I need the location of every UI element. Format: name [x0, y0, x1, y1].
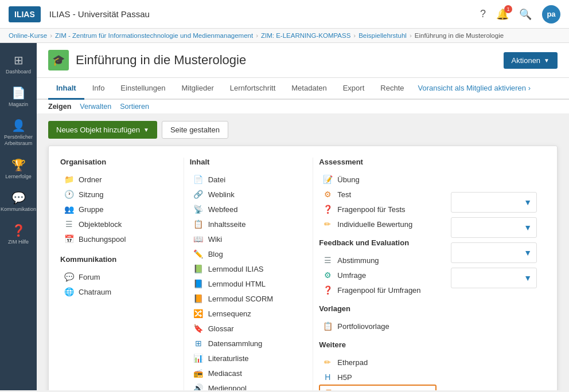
col-assessment: Assessment 📝 Übung ⚙ Test ❓ Fragenpool f…: [313, 158, 442, 390]
collapsed-row-3[interactable]: ▼: [451, 242, 537, 263]
collapsed-row-1[interactable]: ▼: [451, 192, 537, 213]
breadcrumb-zim[interactable]: ZIM - Zentrum für Informationstechnologi…: [55, 32, 253, 39]
tab-inhalt[interactable]: Inhalt: [48, 78, 84, 100]
menu-item-datei[interactable]: 📄 Datei: [190, 172, 307, 187]
section-title-feedback: Feedback und Evaluation: [319, 238, 437, 247]
menu-label-uebung: Übung: [337, 175, 359, 184]
collapse-arrow-3: ▼: [524, 248, 532, 257]
menu-item-wiki[interactable]: 📖 Wiki: [190, 232, 307, 246]
sidebar-label-arbeitsraum: Persönlicher Arbeitsraum: [3, 134, 34, 147]
ordner-icon: 📁: [64, 174, 74, 185]
sidebar-item-kommunikation[interactable]: 💬 Kommunikation: [0, 185, 37, 218]
collapsed-row-4[interactable]: ▼: [451, 268, 537, 288]
menu-item-etherpad[interactable]: ✏ Etherpad: [319, 355, 437, 370]
tab-lernfortschritt[interactable]: Lernfortschritt: [222, 78, 283, 100]
toolbar: Neues Objekt hinzufügen Seite gestalten: [37, 114, 569, 146]
menu-item-fragenpool-test[interactable]: ❓ Fragenpool für Tests: [319, 202, 437, 217]
page-type-icon: 🎓: [48, 50, 69, 70]
menu-item-glossar[interactable]: 🔖 Glossar: [190, 321, 307, 336]
add-object-button[interactable]: Neues Objekt hinzufügen: [48, 121, 157, 139]
umfrage-icon: ⚙: [322, 270, 333, 280]
menu-item-lernsequenz[interactable]: 🔀 Lernsequenz: [190, 306, 307, 321]
menu-item-objekteblock[interactable]: ☰ Objekteblock: [60, 217, 178, 232]
menu-item-gruppe[interactable]: 👥 Gruppe: [60, 202, 178, 217]
menu-item-h5p[interactable]: H H5P: [319, 370, 437, 385]
sitzung-icon: 🕐: [64, 189, 74, 199]
sidebar-label-lernerfolge: Lernerfolge: [5, 174, 32, 179]
menu-label-etherpad: Etherpad: [337, 358, 368, 367]
menu-item-ordner[interactable]: 📁 Ordner: [60, 172, 178, 187]
help-icon[interactable]: ?: [480, 8, 486, 20]
subtab-verwalten[interactable]: Verwalten: [80, 103, 111, 111]
menu-item-chatraum[interactable]: 🌐 Chatraum: [60, 284, 178, 299]
top-bar-icons: ? 🔔 1 🔍 pa: [480, 5, 560, 23]
menu-item-datensammlung[interactable]: ⊞ Datensammlung: [190, 336, 307, 351]
sidebar-label-dashboard: Dashboard: [6, 69, 31, 75]
sidebar-item-lernerfolge[interactable]: 🏆 Lernerfolge: [0, 152, 37, 185]
lm-ilias-icon: 📗: [193, 264, 204, 274]
notifications-icon[interactable]: 🔔 1: [496, 8, 509, 21]
menu-item-literaturliste[interactable]: 📊 Literaturliste: [190, 351, 307, 366]
forum-icon: 💬: [64, 272, 74, 282]
breadcrumb-elearning[interactable]: ZIM: E-LEARNING-KOMPASS: [261, 32, 350, 39]
subtab-sortieren[interactable]: Sortieren: [120, 103, 149, 111]
lm-html-icon: 📘: [193, 279, 204, 289]
menu-item-fragenpool-umfragen[interactable]: ❓ Fragenpool für Umfragen: [319, 283, 437, 297]
tab-export[interactable]: Export: [335, 78, 373, 100]
menu-item-abstimmung[interactable]: ☰ Abstimmung: [319, 253, 437, 268]
menu-item-weblink[interactable]: 🔗 Weblink: [190, 187, 307, 202]
menu-label-blog: Blog: [208, 250, 223, 258]
menu-item-forum[interactable]: 💬 Forum: [60, 269, 178, 284]
menu-label-lm-html: Lernmodul HTML: [208, 280, 266, 288]
breadcrumb-lehrstuhl[interactable]: Beispiellehrstuhl: [358, 32, 407, 39]
collapse-arrow-1: ▼: [524, 198, 532, 207]
menu-item-lm-ilias[interactable]: 📗 Lernmodul ILIAS: [190, 261, 307, 276]
menu-label-abstimmung: Abstimmung: [337, 256, 379, 265]
aktionen-button[interactable]: Aktionen: [504, 52, 558, 69]
menu-item-sitzung[interactable]: 🕐 Sitzung: [60, 187, 178, 202]
menu-label-lm-scorm: Lernmodul SCORM: [208, 295, 273, 303]
menu-item-umfrage[interactable]: ⚙ Umfrage: [319, 268, 437, 283]
search-icon[interactable]: 🔍: [519, 8, 532, 21]
menu-item-livevoting[interactable]: 🗳 LiveVoting: [319, 385, 437, 390]
sidebar-item-arbeitsraum[interactable]: 👤 Persönlicher Arbeitsraum: [0, 113, 37, 152]
menu-item-test[interactable]: ⚙ Test: [319, 187, 437, 202]
arbeitsraum-icon: 👤: [11, 119, 26, 132]
collapse-arrow-2: ▼: [524, 223, 532, 232]
subtab-zeigen[interactable]: Zeigen: [48, 103, 71, 111]
menu-label-fragenpool-test: Fragenpool für Tests: [337, 205, 405, 214]
menu-item-portfoliovorlage[interactable]: 📋 Portfoliovorlage: [319, 319, 437, 334]
menu-label-portfoliovorlage: Portfoliovorlage: [337, 322, 389, 331]
app-title: ILIAS - Universität Passau: [49, 9, 471, 19]
menu-item-mediacast[interactable]: 📻 Mediacast: [190, 366, 307, 381]
menu-label-umfrage: Umfrage: [337, 271, 366, 280]
menu-item-blog[interactable]: ✏️ Blog: [190, 246, 307, 261]
tab-voransicht[interactable]: Voransicht als Mitglied aktivieren ›: [412, 78, 536, 100]
user-avatar[interactable]: pa: [542, 5, 560, 23]
fragenpool-umfragen-icon: ❓: [322, 285, 333, 295]
sidebar-item-dashboard[interactable]: ⊞ Dashboard: [0, 48, 37, 80]
menu-item-individuelle-bewertung[interactable]: ✏ Individuelle Bewertung: [319, 217, 437, 232]
menu-item-uebung[interactable]: 📝 Übung: [319, 172, 437, 187]
menu-item-buchungspool[interactable]: 📅 Buchungspool: [60, 232, 178, 246]
sidebar-item-zim-hilfe[interactable]: ❓ ZIM Hilfe: [0, 218, 37, 250]
kommunikation-icon: 💬: [11, 191, 26, 205]
menu-item-inhaltsseite[interactable]: 📋 Inhaltsseite: [190, 217, 307, 232]
menu-item-medienpool[interactable]: 🔊 Medienpool: [190, 381, 307, 390]
design-page-button[interactable]: Seite gestalten: [162, 121, 228, 139]
menu-item-webfeed[interactable]: 📡 Webfeed: [190, 202, 307, 217]
add-object-dropdown: Organisation 📁 Ordner 🕐 Sitzung 👥 Gruppe…: [48, 146, 558, 390]
tab-metadaten[interactable]: Metadaten: [283, 78, 334, 100]
tab-info[interactable]: Info: [84, 78, 113, 100]
menu-label-gruppe: Gruppe: [79, 205, 103, 214]
menu-label-mediacast: Mediacast: [208, 369, 242, 378]
collapsed-row-2[interactable]: ▼: [451, 217, 537, 238]
menu-item-lm-scorm[interactable]: 📙 Lernmodul SCORM: [190, 291, 307, 306]
tab-rechte[interactable]: Rechte: [372, 78, 412, 100]
breadcrumb-online-kurse[interactable]: Online-Kurse: [9, 32, 47, 39]
tab-einstellungen[interactable]: Einstellungen: [112, 78, 173, 100]
menu-item-lm-html[interactable]: 📘 Lernmodul HTML: [190, 276, 307, 291]
sidebar-item-magazin[interactable]: 📄 Magazin: [0, 80, 37, 113]
sidebar-label-zim-hilfe: ZIM Hilfe: [8, 239, 29, 245]
tab-mitglieder[interactable]: Mitglieder: [173, 78, 221, 100]
